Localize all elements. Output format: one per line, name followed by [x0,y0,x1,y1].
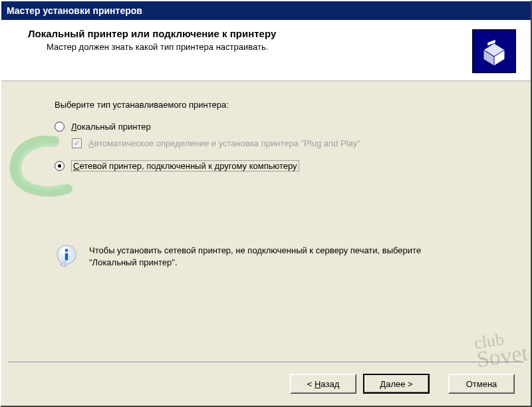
option-local-label: Локальный принтер [71,122,151,132]
svg-rect-7 [65,253,68,261]
radio-icon [55,161,65,171]
titlebar: Мастер установки принтеров [1,1,531,20]
prompt-text: Выберите тип устанавливаемого принтера: [55,100,491,110]
checkbox-icon: ✓ [72,138,82,148]
printer-icon [472,29,516,73]
checkbox-pnp-label: Автоматическое определение и установка п… [88,138,360,148]
option-local-printer[interactable]: Локальный принтер [55,122,491,132]
header-subtitle: Мастер должен знать какой тип принтера н… [47,42,515,52]
cancel-button[interactable]: Отмена [448,374,515,394]
next-button[interactable]: Далее > [363,374,430,394]
checkbox-plug-and-play: ✓ Автоматическое определение и установка… [72,138,491,148]
wizard-body: Выберите тип устанавливаемого принтера: … [1,81,531,269]
header-title: Локальный принтер или подключение к прин… [28,28,515,39]
option-network-label: Сетевой принтер, подключенный к другому … [71,160,299,172]
watermark: clubSovet [473,330,529,369]
wizard-window: Мастер установки принтеров Локальный при… [0,0,532,407]
svg-point-6 [65,249,68,252]
info-text: Чтобы установить сетевой принтер, не под… [89,245,462,269]
divider [8,362,524,363]
info-icon [55,245,78,269]
wizard-header: Локальный принтер или подключение к прин… [1,20,531,81]
option-network-printer[interactable]: Сетевой принтер, подключенный к другому … [55,160,491,172]
window-title: Мастер установки принтеров [7,5,142,16]
wizard-buttons: < Назад Далее > Отмена [290,374,515,394]
back-button[interactable]: < Назад [290,374,356,394]
radio-icon [55,122,65,132]
info-row: Чтобы установить сетевой принтер, не под… [55,245,491,269]
